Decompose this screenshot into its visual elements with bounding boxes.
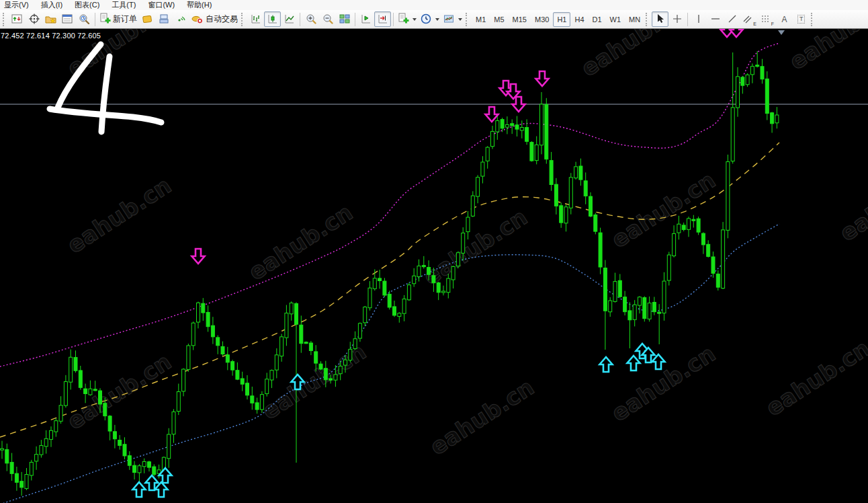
timeframe-m1-button[interactable]: M1 bbox=[472, 12, 490, 27]
watermark: eahub.cn bbox=[835, 159, 868, 246]
bar-chart-button[interactable] bbox=[247, 11, 264, 27]
menu-item-view[interactable]: 显示(V) bbox=[0, 0, 37, 11]
text-tool-button[interactable]: A bbox=[776, 11, 793, 27]
indicators-button[interactable] bbox=[396, 11, 419, 27]
new-order-label: 新订单 bbox=[113, 13, 137, 25]
timeframe-mn-button[interactable]: MN bbox=[625, 12, 644, 27]
channel-icon bbox=[742, 13, 752, 26]
data-window-icon bbox=[62, 13, 73, 26]
horizontal-line-icon bbox=[710, 13, 721, 26]
candlestick-chart-button[interactable] bbox=[264, 11, 281, 27]
tile-windows-icon bbox=[339, 13, 350, 26]
chart-shift-button[interactable] bbox=[374, 11, 391, 27]
down-signal-arrow bbox=[536, 71, 549, 86]
watermark-layer: eahub.cneahub.cneahub.cneahub.cneahub.cn… bbox=[62, 29, 868, 461]
up-signal-arrow bbox=[600, 357, 613, 372]
price-chart: eahub.cneahub.cneahub.cneahub.cneahub.cn… bbox=[0, 29, 868, 503]
toolbar-separator bbox=[355, 13, 355, 26]
menu-item-insert[interactable]: 插入(I) bbox=[37, 0, 71, 11]
crosshair-icon bbox=[672, 13, 683, 26]
clock-icon bbox=[421, 13, 432, 26]
toolbar-grip[interactable] bbox=[646, 13, 649, 26]
fibonacci-sub-label: F bbox=[771, 22, 774, 26]
toolbar-grip[interactable] bbox=[241, 13, 245, 26]
watermark: eahub.cn bbox=[62, 348, 176, 434]
watermark: eahub.cn bbox=[244, 198, 357, 285]
bollinger-lower-band bbox=[0, 224, 779, 503]
menu-item-charts[interactable]: 图表(C) bbox=[71, 0, 107, 11]
dropdown-caret bbox=[458, 18, 462, 21]
new-chart-button[interactable] bbox=[9, 11, 26, 27]
zoom-out-button[interactable] bbox=[319, 11, 336, 27]
toolbar-grip[interactable] bbox=[811, 13, 814, 26]
tile-windows-button[interactable] bbox=[336, 11, 353, 27]
bar-chart-icon bbox=[251, 13, 261, 26]
new-order-icon bbox=[99, 13, 111, 26]
fibonacci-icon bbox=[761, 13, 771, 26]
new-order-button[interactable]: 新订单 bbox=[97, 11, 139, 27]
fibonacci-tool-button[interactable]: F bbox=[758, 11, 776, 27]
timeframe-d1-button[interactable]: D1 bbox=[589, 12, 606, 27]
equidistant-channel-tool-button[interactable]: E bbox=[740, 11, 758, 27]
templates-button[interactable] bbox=[441, 11, 464, 27]
indicators-icon bbox=[398, 13, 409, 26]
watermark: eahub.cn bbox=[785, 29, 868, 75]
autotrading-label: 自动交易 bbox=[206, 13, 238, 25]
down-signal-arrow bbox=[486, 107, 498, 122]
timeframe-h1-button[interactable]: H1 bbox=[553, 12, 570, 27]
vertical-line-tool-button[interactable] bbox=[690, 11, 707, 27]
chart-shift-icon bbox=[378, 13, 388, 26]
watermark: eahub.cn bbox=[425, 373, 539, 460]
zoom-in-button[interactable] bbox=[302, 11, 319, 27]
magnifier-clock-icon bbox=[79, 13, 90, 26]
toolbar: 新订单 自动交易 bbox=[0, 10, 868, 29]
editor-book-icon bbox=[142, 13, 153, 26]
toolbar-separator bbox=[95, 13, 95, 26]
computer-icon bbox=[159, 13, 170, 26]
text-label-tool-button[interactable]: T bbox=[793, 11, 810, 27]
menu-item-help[interactable]: 帮助(H) bbox=[183, 0, 220, 11]
pointer-tool-button[interactable] bbox=[652, 11, 668, 27]
crosshair-target-icon bbox=[29, 13, 40, 26]
timeframe-bar: M1M5M15M30H1H4D1W1MN bbox=[472, 12, 644, 27]
signals-button[interactable] bbox=[173, 11, 189, 27]
chart-area[interactable]: 72.452 72.614 72.300 72.605 eahub.cneahu… bbox=[0, 29, 868, 503]
line-chart-button[interactable] bbox=[281, 11, 298, 27]
trendline-tool-button[interactable] bbox=[724, 11, 740, 27]
watermark: eahub.cn bbox=[257, 338, 371, 424]
metaeditor-button[interactable] bbox=[139, 11, 156, 27]
toolbar-grip[interactable] bbox=[466, 13, 469, 26]
timeframe-w1-button[interactable]: W1 bbox=[606, 12, 625, 27]
autotrading-button[interactable]: 自动交易 bbox=[189, 11, 240, 27]
data-window-button[interactable] bbox=[59, 11, 76, 27]
timeframe-m5-button[interactable]: M5 bbox=[490, 12, 508, 27]
cursor-arrow-icon bbox=[655, 13, 665, 26]
crosshair-tool-button[interactable] bbox=[668, 11, 685, 27]
up-signal-arrow bbox=[133, 482, 146, 497]
down-signal-arrow bbox=[192, 249, 205, 264]
channel-sub-label: E bbox=[753, 22, 756, 26]
periods-button[interactable] bbox=[419, 11, 441, 27]
profiles-button[interactable] bbox=[42, 11, 59, 27]
timeframe-h4-button[interactable]: H4 bbox=[570, 12, 588, 27]
auto-scroll-button[interactable] bbox=[357, 11, 374, 27]
timeframe-m30-button[interactable]: M30 bbox=[531, 12, 553, 27]
toolbar-grip[interactable] bbox=[3, 13, 6, 26]
target-button[interactable] bbox=[26, 11, 42, 27]
terminal-button[interactable] bbox=[156, 11, 173, 27]
up-signal-arrow bbox=[155, 482, 168, 497]
vertical-line-icon bbox=[694, 13, 703, 26]
ohlc-quote: 72.452 72.614 72.300 72.605 bbox=[1, 32, 101, 40]
timeframe-m15-button[interactable]: M15 bbox=[509, 12, 531, 27]
text-label-glyph: T bbox=[797, 15, 806, 24]
new-chart-icon bbox=[11, 13, 23, 26]
toolbar-separator bbox=[393, 13, 394, 26]
chart-shift-marker[interactable] bbox=[778, 30, 785, 35]
strategy-tester-button[interactable] bbox=[76, 11, 93, 27]
candlestick-icon bbox=[267, 13, 278, 26]
watermark: eahub.cn bbox=[607, 340, 720, 426]
menu-item-tools[interactable]: 工具(T) bbox=[107, 0, 144, 11]
horizontal-line-tool-button[interactable] bbox=[707, 11, 724, 27]
menu-item-window[interactable]: 窗口(W) bbox=[144, 0, 183, 11]
down-signal-arrow bbox=[730, 29, 743, 37]
